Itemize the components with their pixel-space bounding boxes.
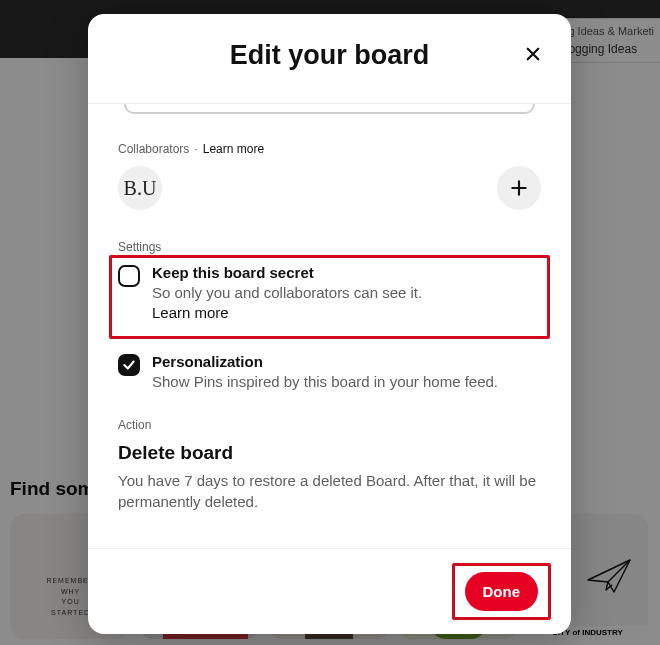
- delete-board-action[interactable]: Delete board You have 7 days to restore …: [118, 442, 541, 512]
- separator-dot: ·: [194, 142, 197, 156]
- done-button[interactable]: Done: [465, 572, 539, 611]
- personalization-title: Personalization: [152, 353, 541, 370]
- modal-title: Edit your board: [108, 40, 551, 71]
- collaborators-learn-more-link[interactable]: Learn more: [203, 142, 264, 156]
- secret-learn-more-link[interactable]: Learn more: [152, 304, 229, 321]
- done-button-highlight: Done: [452, 563, 552, 620]
- app-background: g Ideas & Marketi ogging Ideas Find some…: [0, 0, 660, 645]
- secret-checkbox[interactable]: [118, 265, 140, 287]
- delete-board-title: Delete board: [118, 442, 541, 464]
- collaborators-row: B.U: [118, 166, 541, 210]
- secret-setting-row: Keep this board secret So only you and c…: [109, 255, 550, 339]
- name-input-bottom-edge[interactable]: [124, 104, 535, 114]
- delete-board-subtitle: You have 7 days to restore a deleted Boa…: [118, 470, 541, 512]
- check-icon: [122, 358, 136, 372]
- modal-body[interactable]: Collaborators · Learn more B.U Settings: [88, 103, 571, 548]
- collaborators-header: Collaborators · Learn more: [118, 142, 541, 156]
- add-collaborator-button[interactable]: [497, 166, 541, 210]
- close-button[interactable]: [519, 40, 547, 68]
- plus-icon: [509, 178, 529, 198]
- avatar-initials: B.U: [124, 177, 157, 200]
- modal-footer: Done: [88, 548, 571, 634]
- edit-board-modal: Edit your board Collaborators · Learn mo…: [88, 14, 571, 634]
- personalization-subtitle: Show Pins inspired by this board in your…: [152, 372, 541, 392]
- close-icon: [524, 45, 542, 63]
- collaborators-label: Collaborators: [118, 142, 189, 156]
- action-label: Action: [118, 418, 541, 432]
- settings-label: Settings: [118, 240, 541, 254]
- personalization-setting-row: Personalization Show Pins inspired by th…: [118, 353, 541, 392]
- secret-subtitle: So only you and collaborators can see it…: [152, 283, 463, 324]
- avatar[interactable]: B.U: [118, 166, 162, 210]
- personalization-checkbox[interactable]: [118, 354, 140, 376]
- secret-title: Keep this board secret: [152, 264, 463, 281]
- modal-header: Edit your board: [88, 14, 571, 103]
